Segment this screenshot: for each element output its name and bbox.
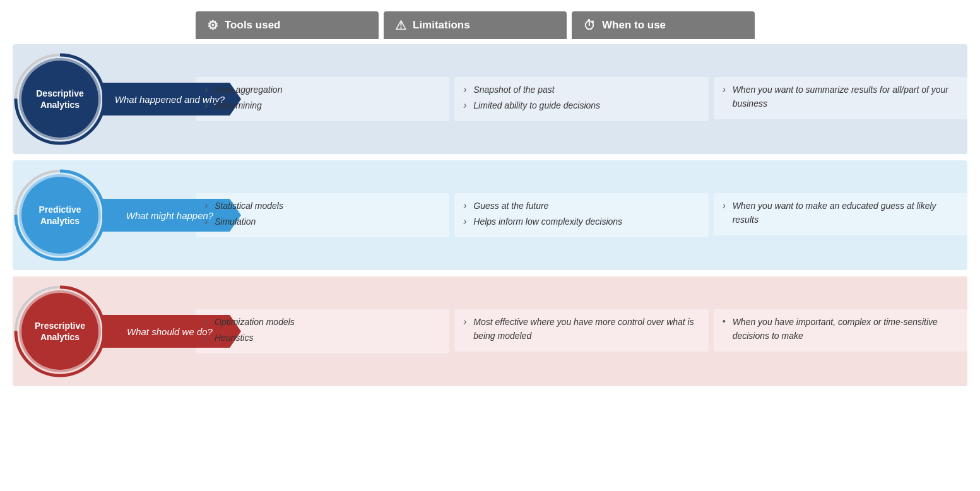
circle-predictive: Predictive Analytics — [19, 174, 101, 256]
rows-container: Descriptive Analytics What happened and … — [13, 44, 967, 386]
circle-descriptive: Descriptive Analytics — [19, 58, 101, 140]
circle-line1-descriptive: Descriptive — [36, 88, 83, 99]
main-container: ⚙ Tools used ⚠ Limitations ⏱ When to use… — [0, 0, 980, 404]
circle-line1-predictive: Predictive — [39, 204, 81, 215]
tool-item: Simulation — [204, 215, 440, 229]
circle-prescriptive: Prescriptive Analytics — [19, 290, 101, 372]
when-item: When you want to make an educated guess … — [723, 199, 959, 227]
when-item: When you want to summarize results for a… — [723, 83, 959, 110]
tool-item: Statistical models — [204, 199, 440, 213]
left-panel-descriptive: Descriptive Analytics What happened and … — [13, 52, 196, 146]
when-icon: ⏱ — [583, 18, 596, 33]
limitation-item: Most effective where you have more contr… — [463, 316, 699, 343]
limitations-cell-descriptive: Snapshot of the pastLimited ability to g… — [454, 77, 708, 121]
arrow-text-predictive: What might happen? — [126, 210, 213, 221]
left-panel-prescriptive: Prescriptive Analytics What should we do… — [13, 284, 196, 379]
when-cell-prescriptive: When you have important, complex or time… — [714, 309, 967, 351]
limitation-item: Guess at the future — [463, 199, 699, 213]
when-item: When you have important, complex or time… — [723, 316, 959, 343]
tool-item: Heuristics — [204, 331, 440, 345]
limitations-icon: ⚠ — [395, 18, 406, 33]
limitations-label: Limitations — [413, 19, 470, 32]
circle-wrapper-descriptive: Descriptive Analytics — [13, 52, 107, 146]
limitation-item: Helps inform low complexity decisions — [463, 215, 699, 229]
circle-line2-descriptive: Analytics — [40, 99, 80, 110]
tools-icon: ⚙ — [207, 18, 218, 33]
limitation-item: Snapshot of the past — [463, 83, 699, 97]
arrow-text-prescriptive: What should we do? — [127, 326, 213, 337]
limitations-cell-predictive: Guess at the futureHelps inform low comp… — [454, 193, 708, 237]
right-cells-predictive: Statistical modelsSimulation Guess at th… — [196, 193, 967, 237]
circle-line1-prescriptive: Prescriptive — [35, 320, 85, 331]
row-descriptive: Descriptive Analytics What happened and … — [13, 44, 967, 154]
right-cells-prescriptive: Optimization modelsHeuristics Most effec… — [196, 309, 967, 353]
tools-label: Tools used — [225, 19, 280, 32]
row-predictive: Predictive Analytics What might happen? … — [13, 160, 967, 270]
circle-wrapper-prescriptive: Prescriptive Analytics — [13, 284, 107, 379]
limitation-item: Limited ability to guide decisions — [463, 99, 699, 113]
header-row: ⚙ Tools used ⚠ Limitations ⏱ When to use — [196, 11, 967, 39]
full-row-predictive: Predictive Analytics What might happen? … — [13, 168, 967, 263]
circle-line2-predictive: Analytics — [40, 215, 80, 227]
tool-item: Optimization models — [204, 316, 440, 329]
left-panel-predictive: Predictive Analytics What might happen? — [13, 168, 196, 263]
full-row-prescriptive: Prescriptive Analytics What should we do… — [13, 284, 967, 379]
full-row-descriptive: Descriptive Analytics What happened and … — [13, 52, 967, 146]
right-cells-descriptive: Data aggregationData mining Snapshot of … — [196, 77, 967, 121]
row-prescriptive: Prescriptive Analytics What should we do… — [13, 276, 967, 386]
header-limitations: ⚠ Limitations — [384, 11, 567, 39]
tool-item: Data mining — [204, 99, 440, 113]
header-tools: ⚙ Tools used — [196, 11, 379, 39]
circle-line2-prescriptive: Analytics — [40, 331, 80, 343]
when-cell-predictive: When you want to make an educated guess … — [714, 193, 967, 235]
when-cell-descriptive: When you want to summarize results for a… — [714, 77, 967, 119]
circle-wrapper-predictive: Predictive Analytics — [13, 168, 107, 263]
tool-item: Data aggregation — [204, 83, 440, 97]
when-label: When to use — [602, 19, 666, 32]
header-when: ⏱ When to use — [572, 11, 755, 39]
limitations-cell-prescriptive: Most effective where you have more contr… — [454, 309, 708, 351]
